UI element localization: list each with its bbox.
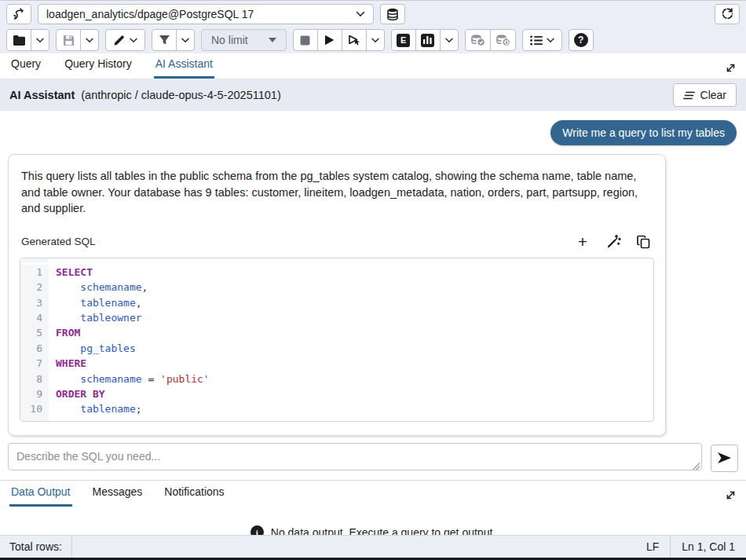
edit-button[interactable]: [105, 29, 145, 51]
help-button[interactable]: ?: [569, 29, 594, 51]
tab-data-output[interactable]: Data Output: [9, 480, 72, 507]
chat-area: Write me a query to list my tables This …: [0, 111, 746, 436]
sql-line: 9ORDER BY: [20, 386, 653, 401]
folder-icon: [13, 35, 26, 46]
connection-name: loadgen_analytics/dpage@PostgreSQL 17: [46, 8, 356, 20]
help-icon: ?: [574, 33, 588, 47]
filter-icon: [159, 35, 170, 46]
row-limit-value: No limit: [211, 34, 248, 46]
total-rows-label: Total rows:: [0, 536, 71, 558]
prompt-input[interactable]: [8, 443, 702, 470]
chevron-down-icon: [86, 38, 93, 43]
assistant-response-text: This query lists all tables in the publi…: [20, 167, 654, 217]
tab-notifications[interactable]: Notifications: [163, 480, 225, 507]
query-toolbar: No limit E: [0, 27, 746, 53]
chevron-down-icon: [356, 11, 365, 17]
sql-line: 10 tablename;: [20, 401, 653, 416]
copy-sql-button[interactable]: [635, 233, 653, 251]
eol-indicator[interactable]: LF: [635, 536, 670, 558]
explain-icon: E: [397, 34, 410, 47]
explain-button[interactable]: E: [391, 29, 416, 51]
commit-icon: [470, 34, 485, 46]
generated-sql-code[interactable]: 1SELECT2 schemaname,3 tablename,4 tableo…: [20, 258, 654, 422]
execute-menu-button[interactable]: [366, 29, 385, 51]
copy-icon: [637, 235, 651, 249]
magic-wand-icon: [606, 234, 621, 249]
commit-button[interactable]: [465, 29, 491, 51]
clear-label: Clear: [700, 89, 726, 101]
sql-code-lines: 1SELECT2 schemaname,3 tablename,4 tableo…: [20, 262, 653, 417]
ai-assistant-title: AI Assistant: [9, 89, 75, 101]
tab-query-history[interactable]: Query History: [63, 52, 133, 79]
sql-line: 1SELECT: [20, 262, 653, 280]
send-icon: [717, 452, 732, 464]
line-number: 7: [20, 356, 49, 371]
chevron-down-icon: [371, 38, 379, 43]
caret-down-icon: [269, 38, 276, 42]
sql-line: 5FROM: [20, 325, 653, 340]
sql-line: 4 tableowner: [20, 310, 653, 325]
sql-line: 3 tablename,: [20, 295, 653, 310]
cursor-position: Ln 1, Col 1: [671, 536, 746, 558]
macros-group: [522, 29, 562, 51]
save-menu-button[interactable]: [80, 29, 99, 51]
output-tabbar: Data Output Messages Notifications: [0, 480, 746, 507]
refine-sql-button[interactable]: [605, 233, 622, 251]
assistant-message-card: This query lists all tables in the publi…: [8, 154, 666, 436]
dynamic-connection-icon: [12, 7, 26, 21]
play-cursor-icon: [348, 35, 360, 46]
stop-button[interactable]: [293, 29, 318, 51]
query-tool-window: loadgen_analytics/dpage@PostgreSQL 17: [0, 0, 746, 560]
filter-button[interactable]: [152, 29, 177, 51]
macros-button[interactable]: [522, 29, 562, 51]
line-number: 6: [20, 341, 49, 356]
status-bar: Total rows: LF Ln 1, Col 1: [0, 535, 746, 558]
dynamic-connection-button[interactable]: [6, 4, 31, 24]
rollback-button[interactable]: [490, 29, 516, 51]
chevron-down-icon: [36, 38, 44, 43]
filter-menu-button[interactable]: [176, 29, 195, 51]
line-number: 1: [20, 265, 49, 280]
connection-status-button[interactable]: [715, 4, 740, 24]
open-file-button[interactable]: [6, 29, 31, 51]
rollback-icon: [496, 34, 510, 46]
explain-analyze-icon: [421, 34, 434, 47]
clear-button[interactable]: Clear: [673, 83, 737, 107]
refresh-status-icon: [721, 7, 734, 20]
execute-group: [293, 29, 385, 51]
plus-icon: +: [578, 233, 587, 250]
tab-query[interactable]: Query: [9, 52, 42, 79]
ai-assistant-header: AI Assistant (anthropic / claude-opus-4-…: [0, 79, 746, 111]
row-limit-select[interactable]: No limit: [201, 29, 287, 51]
new-connection-button[interactable]: [380, 4, 405, 24]
expand-panel-icon[interactable]: [725, 62, 737, 74]
send-button[interactable]: [711, 445, 738, 472]
execute-button[interactable]: [317, 29, 342, 51]
line-number: 4: [20, 310, 49, 325]
file-group: [6, 29, 49, 51]
line-number: 2: [20, 280, 49, 295]
main-tabbar: Query Query History AI Assistant: [0, 53, 746, 79]
execute-to-cursor-button[interactable]: [342, 29, 367, 51]
edit-group: [105, 29, 145, 51]
line-number: 5: [20, 325, 49, 340]
line-number: 8: [20, 372, 49, 386]
open-file-menu-button[interactable]: [31, 29, 49, 51]
insert-sql-button[interactable]: +: [574, 233, 591, 251]
chevron-down-icon: [547, 38, 554, 43]
sql-line: 7WHERE: [20, 356, 653, 371]
explain-analyze-button[interactable]: [415, 29, 441, 51]
save-button[interactable]: [56, 29, 81, 51]
line-number: 10: [20, 401, 49, 416]
explain-menu-button[interactable]: [440, 29, 459, 51]
tab-messages[interactable]: Messages: [91, 480, 144, 507]
chevron-down-icon: [445, 38, 453, 43]
expand-output-icon[interactable]: [725, 489, 737, 501]
sql-line: 6 pg_tables: [20, 341, 653, 356]
generated-sql-label: Generated SQL: [21, 236, 96, 247]
tab-ai-assistant[interactable]: AI Assistant: [154, 52, 214, 79]
explain-group: E: [391, 29, 459, 51]
connection-select[interactable]: loadgen_analytics/dpage@PostgreSQL 17: [38, 4, 374, 24]
filter-group: [152, 29, 195, 51]
sql-line: 8 schemaname = 'public': [20, 372, 653, 386]
